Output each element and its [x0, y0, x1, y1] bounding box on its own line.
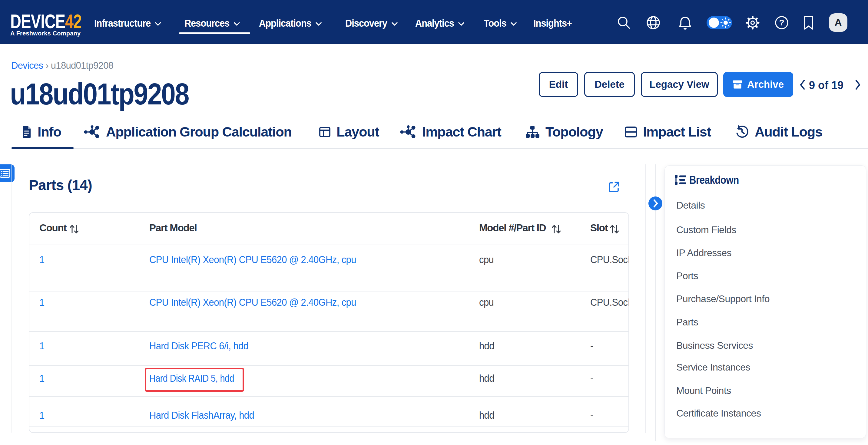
svg-text:?: ? — [779, 18, 784, 27]
